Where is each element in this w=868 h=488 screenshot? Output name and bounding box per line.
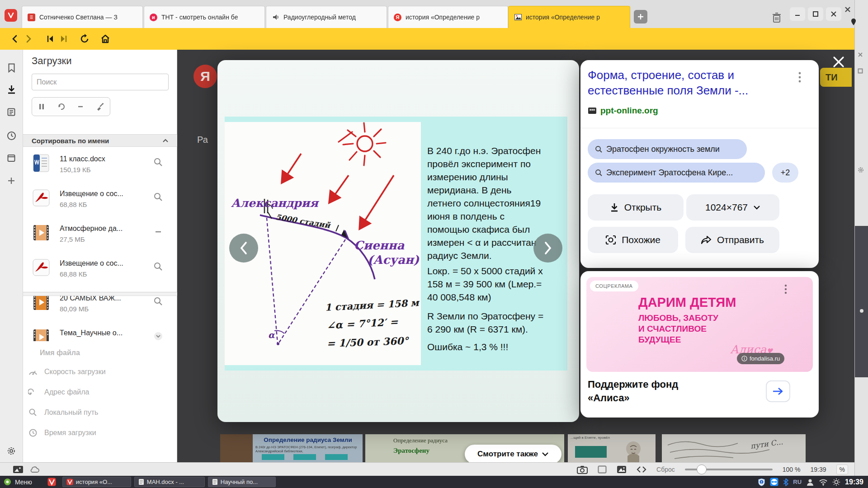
similar-images-button[interactable]: Похожие (588, 227, 678, 253)
decor-bar (262, 454, 284, 460)
reload-button[interactable] (78, 32, 91, 46)
zoom-slider[interactable] (685, 469, 773, 470)
tab-radiocarbon[interactable]: Радиоуглеродный метод (266, 6, 387, 28)
page-actions-icon[interactable] (637, 466, 646, 473)
scroll-down-icon[interactable] (153, 331, 163, 341)
zoom-reset-button[interactable]: Сброс (656, 466, 675, 473)
asuan-label: (Асуан) (368, 253, 420, 267)
tray-user-icon[interactable] (806, 478, 814, 486)
capture-page-icon[interactable] (577, 465, 588, 474)
search-file-icon[interactable] (153, 157, 163, 167)
image-info-card: Форма, строение, состав и естественные п… (580, 60, 819, 268)
open-button[interactable]: Открыть (588, 194, 684, 221)
status-clock[interactable]: 19:39 (811, 466, 826, 473)
related-thumbnail[interactable]: Определение радиуса Земли В 240г до НЭ Э… (220, 434, 363, 462)
home-button[interactable] (99, 32, 112, 46)
image-title-link[interactable]: Форма, строение, состав и естественные п… (588, 67, 778, 98)
ad-go-button[interactable] (766, 380, 790, 402)
minimize-button[interactable] (790, 7, 805, 21)
taskbar-app-document[interactable]: МАН.docx - ... (134, 477, 205, 487)
close-viewer-button[interactable] (832, 55, 845, 69)
sync-cloud-icon[interactable] (29, 466, 40, 473)
background-close-icon[interactable] (844, 5, 852, 14)
new-tab-button[interactable] (634, 10, 647, 23)
downloads-search-input[interactable]: Поиск (32, 74, 169, 90)
taskbar-app-vivaldi-window[interactable]: история «О... (62, 477, 131, 487)
related-thumbnail[interactable]: пути С... (662, 434, 806, 462)
source-link[interactable]: ppt-online.org (588, 106, 658, 116)
taskbar-app-science[interactable]: Научный по... (208, 477, 276, 487)
taskbar-menu-button[interactable]: Меню (4, 478, 32, 486)
tiling-toggle-icon[interactable] (598, 465, 607, 474)
retry-icon[interactable] (57, 103, 65, 111)
tab-tnt[interactable]: и ТНТ - смотреть онлайн бе (144, 6, 265, 28)
size-select-button[interactable]: 1024×767 (686, 194, 779, 221)
panel-settings-button[interactable] (6, 446, 17, 456)
panel-windows-button[interactable] (6, 153, 17, 164)
search-file-icon[interactable] (153, 296, 163, 306)
back-button[interactable] (8, 32, 22, 46)
tray-shield-icon[interactable] (758, 478, 765, 486)
panel-notes-button[interactable] (6, 107, 17, 117)
panel-bookmarks-button[interactable] (6, 62, 17, 73)
background-window-content (855, 226, 868, 377)
taskbar-vivaldi-button[interactable] (47, 478, 56, 486)
maximize-button[interactable] (808, 7, 823, 21)
tray-teamviewer-icon[interactable] (770, 478, 778, 486)
panel-history-button[interactable] (6, 130, 17, 141)
rewind-button[interactable] (43, 32, 57, 46)
remove-file-icon[interactable] (153, 227, 163, 237)
remove-icon[interactable] (77, 103, 84, 110)
download-row[interactable]: Тема_Научные о... (23, 321, 177, 341)
share-button[interactable]: Отправить (685, 227, 779, 253)
zoom-slider-thumb[interactable] (697, 465, 707, 474)
download-row[interactable]: Извещение о сос... 68,88 КБ (23, 252, 177, 286)
ad-banner[interactable]: СОЦРЕКЛАМА ДАРИМ ДЕТЯМ ЛЮБОВЬ, ЗАБОТУ И … (586, 277, 813, 372)
download-row[interactable]: Атмосферное да... 27,5 МБ (23, 217, 177, 252)
tab-active-images[interactable]: история «Определение р (508, 6, 630, 28)
tab-sotnichenko[interactable]: Сотниченко Светлана — З (22, 6, 143, 28)
download-row[interactable]: Извещение о сос... 68,88 КБ (23, 182, 177, 217)
thumbnail-title: Определение радиуса (393, 437, 448, 444)
tray-language-indicator[interactable]: RU (793, 479, 802, 485)
background-pin-icon[interactable] (850, 18, 857, 26)
next-image-button[interactable] (533, 234, 562, 263)
forward-button[interactable] (22, 32, 35, 46)
detail-label: Локальный путь (44, 408, 98, 417)
viewed-image[interactable]: 5000 стадий Александрия Сиенна (Асуан) α… (225, 117, 567, 371)
clean-brush-icon[interactable] (96, 103, 104, 111)
closed-tabs-trash-button[interactable] (771, 12, 782, 23)
panel-toggle-icon[interactable] (13, 465, 24, 474)
document-favicon (28, 14, 35, 21)
tab-history-search[interactable]: Я история «Определение р (388, 6, 508, 28)
close-icon (830, 11, 837, 17)
download-row[interactable]: 11 класс.docx 150,19 КБ (23, 147, 177, 182)
yandex-logo[interactable]: Я (193, 65, 217, 88)
ad-options-button[interactable] (784, 284, 787, 294)
tray-clock[interactable]: 19:39 (845, 478, 863, 486)
panel-downloads-button[interactable] (6, 84, 17, 95)
images-toggle-icon[interactable] (617, 465, 627, 474)
close-window-button[interactable] (826, 7, 841, 21)
related-query-chip[interactable]: Эратосфен окружность земли (588, 139, 747, 159)
find-button-fragment[interactable]: ТИ (820, 68, 852, 87)
previous-image-button[interactable] (229, 234, 258, 263)
fast-forward-button[interactable] (57, 32, 71, 46)
related-thumbnail[interactable]: ...щий в Египте, провёл (568, 434, 656, 462)
tray-bluetooth-icon[interactable] (783, 478, 788, 486)
panel-splitter[interactable] (23, 292, 177, 296)
tray-wifi-icon[interactable] (819, 479, 828, 486)
sort-header[interactable]: Сортировать по имени (23, 134, 177, 147)
related-query-chip[interactable]: Эксперимент Эратосфена Кире... (588, 163, 765, 183)
see-also-label: Смотрите также (477, 450, 538, 459)
see-also-button[interactable]: Смотрите также (465, 445, 561, 462)
search-file-icon[interactable] (153, 262, 163, 272)
panel-add-button[interactable] (6, 175, 17, 186)
more-options-button[interactable] (798, 72, 801, 83)
more-chips-button[interactable]: +2 (772, 163, 798, 183)
pause-icon[interactable] (38, 103, 45, 110)
send-label: Отправить (717, 235, 764, 245)
vivaldi-menu-button[interactable] (5, 9, 17, 22)
tray-brightness-icon[interactable] (832, 478, 840, 486)
search-file-icon[interactable] (153, 192, 163, 202)
